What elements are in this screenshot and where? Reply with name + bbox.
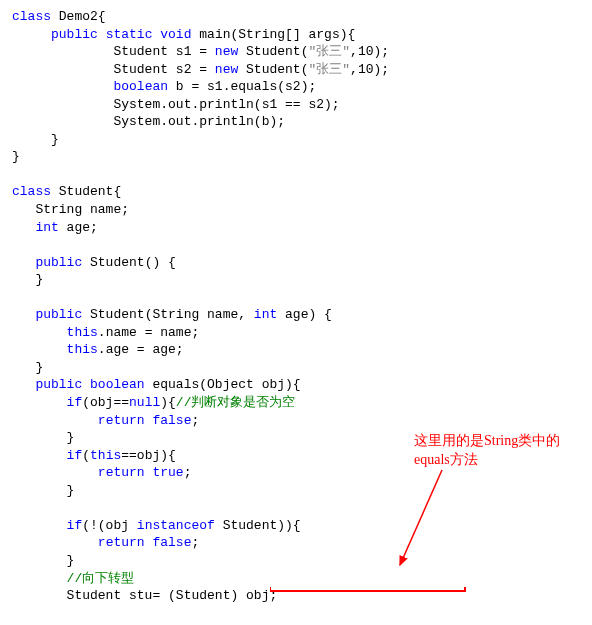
annotation-text: 这里用的是String类中的 equals方法	[414, 432, 592, 470]
code-block: class Demo2{ public static void main(Str…	[12, 8, 580, 625]
